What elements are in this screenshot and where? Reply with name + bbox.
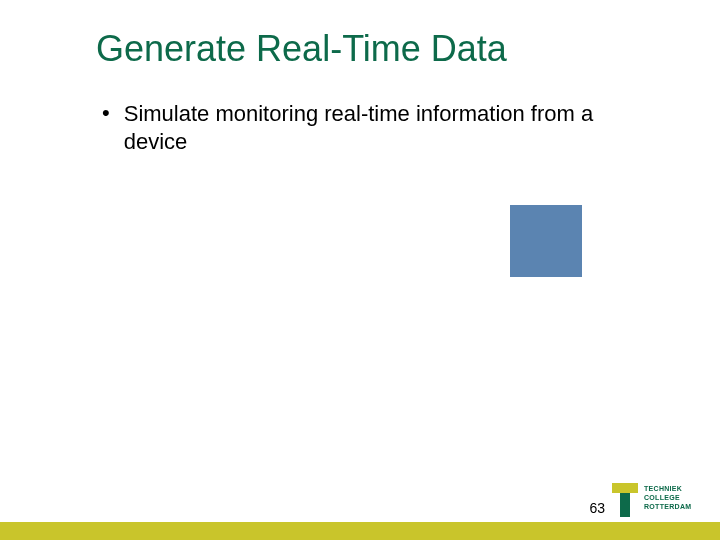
- slide: Generate Real-Time Data • Simulate monit…: [0, 0, 720, 540]
- bullet-marker: •: [102, 102, 110, 124]
- logo-line1: TECHNIEK: [644, 484, 691, 493]
- logo-line2: COLLEGE: [644, 493, 691, 502]
- footer-logo: TECHNIEK COLLEGE ROTTERDAM: [612, 478, 712, 522]
- bullet-text: Simulate monitoring real-time informatio…: [124, 100, 624, 156]
- slide-title: Generate Real-Time Data: [96, 28, 507, 70]
- logo-line3: ROTTERDAM: [644, 502, 691, 511]
- footer-bar: [0, 522, 720, 540]
- logo-t-icon: [612, 483, 638, 517]
- logo-subtext: [644, 512, 691, 517]
- page-number: 63: [589, 500, 605, 516]
- bullet-item: • Simulate monitoring real-time informat…: [102, 100, 660, 156]
- logo-text-block: TECHNIEK COLLEGE ROTTERDAM: [644, 484, 691, 517]
- blue-placeholder-box: [510, 205, 582, 277]
